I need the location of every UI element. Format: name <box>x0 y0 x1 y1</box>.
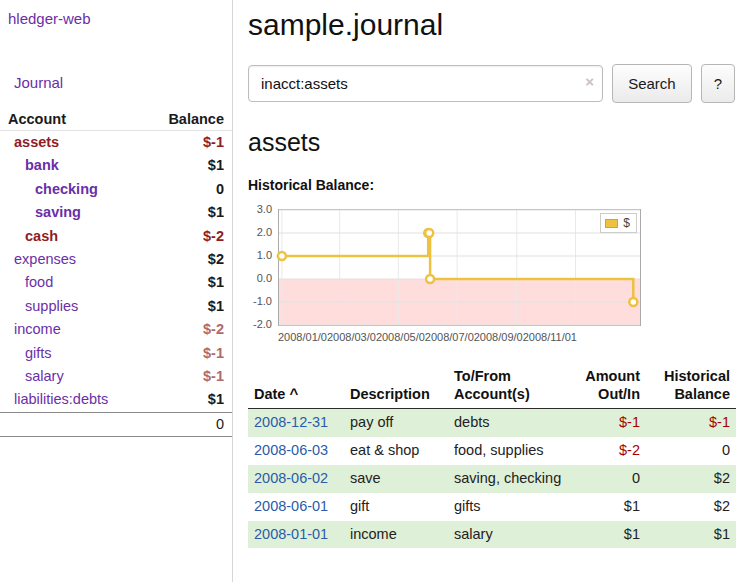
account-row: expenses $2 <box>0 248 232 271</box>
plot-area: $ <box>278 209 641 326</box>
clear-search-icon[interactable]: × <box>585 74 594 89</box>
account-balance: 0 <box>144 178 232 201</box>
account-balance: $1 <box>144 271 232 294</box>
account-balance: $-2 <box>144 225 232 248</box>
register-accounts: salary <box>448 521 568 549</box>
y-axis: 3.02.01.00.0-1.0-2.0 <box>248 209 275 326</box>
account-row: assets $-1 <box>0 131 232 155</box>
register-description: eat & shop <box>344 437 448 465</box>
account-link-food[interactable]: food <box>25 274 53 290</box>
legend-label: $ <box>623 216 630 230</box>
account-row: food $1 <box>0 271 232 294</box>
data-point-marker <box>629 298 637 306</box>
register-date-link[interactable]: 2008-12-31 <box>254 414 328 430</box>
y-axis-label: -2.0 <box>253 319 272 330</box>
account-row: gifts $-1 <box>0 342 232 365</box>
sidebar: hledger-web Journal Account Balance asse… <box>0 0 233 582</box>
y-axis-label: 2.0 <box>257 227 272 238</box>
accounts-table: Account Balance assets $-1 bank $1 check… <box>0 108 232 437</box>
account-balance: $-2 <box>144 318 232 341</box>
account-heading: assets <box>248 128 735 157</box>
register-amount: $1 <box>568 493 646 521</box>
register-description: gift <box>344 493 448 521</box>
chart-canvas <box>279 210 640 325</box>
account-link-cash[interactable]: cash <box>25 228 58 244</box>
register-balance: $-1 <box>646 409 736 437</box>
y-axis-label: 3.0 <box>257 204 272 215</box>
account-link-assets[interactable]: assets <box>14 134 59 150</box>
register-header-description: Description <box>344 365 448 409</box>
account-balance: $1 <box>144 201 232 224</box>
x-axis-label: 2008/03/0 <box>327 331 376 343</box>
register-header-balance: Historical Balance <box>646 365 736 409</box>
register-date-link[interactable]: 2008-01-01 <box>254 526 328 542</box>
data-point-marker <box>278 252 286 260</box>
x-axis-label: 2008/09/0 <box>474 331 523 343</box>
account-row: cash $-2 <box>0 225 232 248</box>
register-amount: 0 <box>568 465 646 493</box>
accounts-total-row: 0 <box>0 412 232 436</box>
register-row: 2008-06-02 save saving, checking 0 $2 <box>248 465 736 493</box>
register-balance: $2 <box>646 465 736 493</box>
register-accounts: food, supplies <box>448 437 568 465</box>
register-date-link[interactable]: 2008-06-02 <box>254 470 328 486</box>
help-button[interactable]: ? <box>701 64 735 103</box>
account-link-bank[interactable]: bank <box>25 157 59 173</box>
register-row: 2008-12-31 pay off debts $-1 $-1 <box>248 409 736 437</box>
register-description: save <box>344 465 448 493</box>
chart-title: Historical Balance: <box>248 177 735 193</box>
register-amount: $1 <box>568 521 646 549</box>
accounts-header-balance: Balance <box>144 108 232 131</box>
register-header-row: Date ^ Description To/From Account(s) Am… <box>248 365 736 409</box>
register-date-link[interactable]: 2008-06-03 <box>254 442 328 458</box>
main-content: sample.journal × Search ? assets Histori… <box>233 0 742 582</box>
account-link-checking[interactable]: checking <box>35 181 98 197</box>
register-description: pay off <box>344 409 448 437</box>
account-link-liabilities-debts[interactable]: liabilities:debts <box>14 391 108 407</box>
account-balance: $1 <box>144 295 232 318</box>
x-axis-label: 2008/11/01 <box>523 331 577 343</box>
register-balance: $1 <box>646 521 736 549</box>
register-table: Date ^ Description To/From Account(s) Am… <box>248 365 736 548</box>
account-link-expenses[interactable]: expenses <box>14 251 76 267</box>
account-balance: $-1 <box>144 342 232 365</box>
legend-swatch-icon <box>605 219 618 228</box>
x-axis-label: 2008/05/0 <box>376 331 425 343</box>
register-date-link[interactable]: 2008-06-01 <box>254 498 328 514</box>
account-link-saving[interactable]: saving <box>35 204 81 220</box>
account-balance: $-1 <box>144 131 232 155</box>
account-row: supplies $1 <box>0 295 232 318</box>
y-axis-label: 0.0 <box>257 273 272 284</box>
account-row: income $-2 <box>0 318 232 341</box>
register-accounts: debts <box>448 409 568 437</box>
account-row: checking 0 <box>0 178 232 201</box>
register-header-accounts: To/From Account(s) <box>448 365 568 409</box>
balance-chart: 3.02.01.00.0-1.0-2.0 $ 2008/01/02008/03/… <box>248 202 648 352</box>
account-link-supplies[interactable]: supplies <box>25 298 78 314</box>
register-header-date[interactable]: Date ^ <box>248 365 344 409</box>
account-balance: $2 <box>144 248 232 271</box>
account-link-income[interactable]: income <box>14 321 61 337</box>
data-point-marker <box>426 275 434 283</box>
y-axis-label: -1.0 <box>253 296 272 307</box>
register-amount: $-2 <box>568 437 646 465</box>
y-axis-label: 1.0 <box>257 250 272 261</box>
account-balance: $-1 <box>144 365 232 388</box>
brand-link[interactable]: hledger-web <box>8 10 232 27</box>
accounts-header-account: Account <box>0 108 144 131</box>
register-row: 2008-06-01 gift gifts $1 $2 <box>248 493 736 521</box>
account-row: liabilities:debts $1 <box>0 388 232 412</box>
account-link-gifts[interactable]: gifts <box>25 345 52 361</box>
x-axis: 2008/01/02008/03/02008/05/02008/07/02008… <box>278 331 577 343</box>
data-point-marker <box>425 229 433 237</box>
search-button[interactable]: Search <box>612 64 692 103</box>
register-header-amount: Amount Out/In <box>568 365 646 409</box>
sidebar-item-journal[interactable]: Journal <box>14 74 232 91</box>
account-link-salary[interactable]: salary <box>25 368 64 384</box>
sort-asc-icon: ^ <box>289 385 298 402</box>
account-row: saving $1 <box>0 201 232 224</box>
register-row: 2008-06-03 eat & shop food, supplies $-2… <box>248 437 736 465</box>
search-input[interactable] <box>248 65 603 102</box>
account-row: salary $-1 <box>0 365 232 388</box>
register-row: 2008-01-01 income salary $1 $1 <box>248 521 736 549</box>
